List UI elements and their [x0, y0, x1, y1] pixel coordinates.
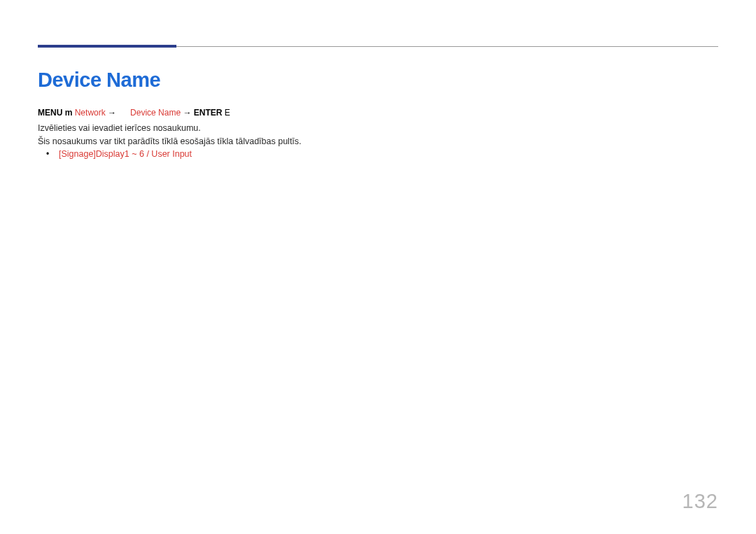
- body-text-line-1: Izvēlieties vai ievadiet ierīces nosauku…: [38, 122, 201, 135]
- breadcrumb-enter-symbol: E: [225, 108, 230, 118]
- arrow-icon: →: [183, 108, 191, 118]
- breadcrumb: MENU m Network → Device Name → ENTER E: [38, 108, 230, 118]
- page-title: Device Name: [38, 69, 160, 92]
- page-container: Device Name MENU m Network → Device Name…: [0, 0, 756, 534]
- top-rule-accent: [38, 45, 176, 48]
- page-number: 132: [682, 490, 718, 513]
- breadcrumb-device-name: Device Name: [130, 108, 181, 118]
- arrow-icon: →: [108, 108, 116, 118]
- breadcrumb-enter-label: ENTER: [194, 108, 223, 118]
- breadcrumb-network: Network: [75, 108, 106, 118]
- body-text-line-2: Šis nosaukums var tikt parādīts tīklā es…: [38, 135, 302, 148]
- breadcrumb-menu-symbol: m: [65, 108, 73, 118]
- breadcrumb-menu-label: MENU: [38, 108, 62, 118]
- option-list: [Signage]Display1 ~ 6 / User Input: [46, 149, 192, 159]
- list-item: [Signage]Display1 ~ 6 / User Input: [46, 149, 192, 159]
- list-item-text: [Signage]Display1 ~ 6 / User Input: [59, 149, 192, 159]
